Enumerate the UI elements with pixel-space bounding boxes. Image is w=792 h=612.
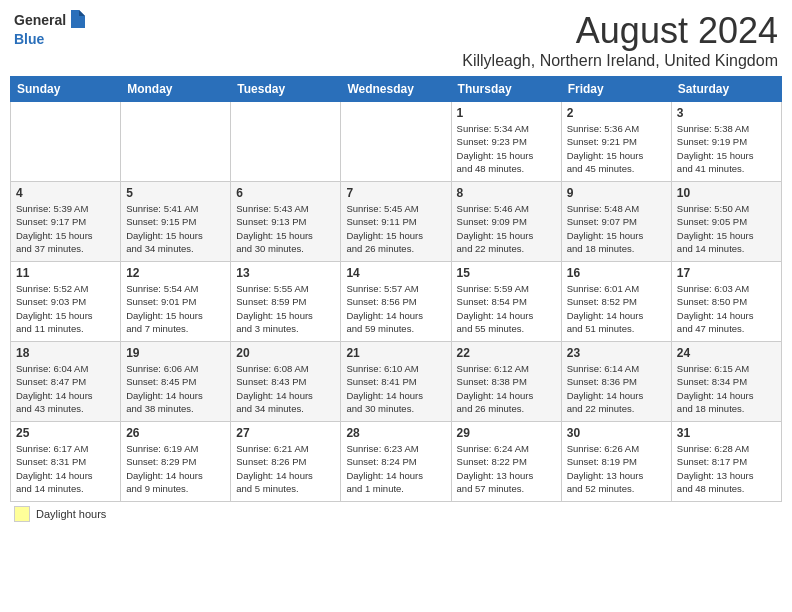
day-number: 28 [346,426,445,440]
day-number: 30 [567,426,666,440]
day-info: Sunrise: 6:19 AM Sunset: 8:29 PM Dayligh… [126,442,225,495]
calendar-cell: 14Sunrise: 5:57 AM Sunset: 8:56 PM Dayli… [341,262,451,342]
calendar-cell: 3Sunrise: 5:38 AM Sunset: 9:19 PM Daylig… [671,102,781,182]
week-row: 4Sunrise: 5:39 AM Sunset: 9:17 PM Daylig… [11,182,782,262]
week-row: 18Sunrise: 6:04 AM Sunset: 8:47 PM Dayli… [11,342,782,422]
day-info: Sunrise: 5:48 AM Sunset: 9:07 PM Dayligh… [567,202,666,255]
day-info: Sunrise: 5:57 AM Sunset: 8:56 PM Dayligh… [346,282,445,335]
day-info: Sunrise: 6:14 AM Sunset: 8:36 PM Dayligh… [567,362,666,415]
calendar-cell: 15Sunrise: 5:59 AM Sunset: 8:54 PM Dayli… [451,262,561,342]
week-row: 25Sunrise: 6:17 AM Sunset: 8:31 PM Dayli… [11,422,782,502]
calendar-cell: 13Sunrise: 5:55 AM Sunset: 8:59 PM Dayli… [231,262,341,342]
footer: Daylight hours [10,506,782,522]
day-info: Sunrise: 6:08 AM Sunset: 8:43 PM Dayligh… [236,362,335,415]
day-info: Sunrise: 6:15 AM Sunset: 8:34 PM Dayligh… [677,362,776,415]
header: General Blue August 2024 Killyleagh, Nor… [10,10,782,70]
day-number: 20 [236,346,335,360]
daylight-color-box [14,506,30,522]
day-of-week-header: Monday [121,77,231,102]
day-number: 14 [346,266,445,280]
day-info: Sunrise: 5:43 AM Sunset: 9:13 PM Dayligh… [236,202,335,255]
day-number: 18 [16,346,115,360]
day-info: Sunrise: 5:46 AM Sunset: 9:09 PM Dayligh… [457,202,556,255]
day-info: Sunrise: 5:59 AM Sunset: 8:54 PM Dayligh… [457,282,556,335]
calendar-cell: 10Sunrise: 5:50 AM Sunset: 9:05 PM Dayli… [671,182,781,262]
day-number: 26 [126,426,225,440]
calendar-cell: 31Sunrise: 6:28 AM Sunset: 8:17 PM Dayli… [671,422,781,502]
day-info: Sunrise: 6:04 AM Sunset: 8:47 PM Dayligh… [16,362,115,415]
day-info: Sunrise: 6:12 AM Sunset: 8:38 PM Dayligh… [457,362,556,415]
day-number: 17 [677,266,776,280]
day-info: Sunrise: 5:52 AM Sunset: 9:03 PM Dayligh… [16,282,115,335]
day-info: Sunrise: 6:01 AM Sunset: 8:52 PM Dayligh… [567,282,666,335]
calendar-cell: 11Sunrise: 5:52 AM Sunset: 9:03 PM Dayli… [11,262,121,342]
day-info: Sunrise: 5:39 AM Sunset: 9:17 PM Dayligh… [16,202,115,255]
calendar-cell: 2Sunrise: 5:36 AM Sunset: 9:21 PM Daylig… [561,102,671,182]
day-number: 6 [236,186,335,200]
day-info: Sunrise: 6:10 AM Sunset: 8:41 PM Dayligh… [346,362,445,415]
calendar-cell: 24Sunrise: 6:15 AM Sunset: 8:34 PM Dayli… [671,342,781,422]
calendar-cell: 23Sunrise: 6:14 AM Sunset: 8:36 PM Dayli… [561,342,671,422]
day-of-week-header: Friday [561,77,671,102]
day-info: Sunrise: 6:28 AM Sunset: 8:17 PM Dayligh… [677,442,776,495]
title-area: August 2024 Killyleagh, Northern Ireland… [462,10,778,70]
day-of-week-header: Saturday [671,77,781,102]
day-number: 13 [236,266,335,280]
day-number: 19 [126,346,225,360]
calendar-cell: 29Sunrise: 6:24 AM Sunset: 8:22 PM Dayli… [451,422,561,502]
calendar-cell: 25Sunrise: 6:17 AM Sunset: 8:31 PM Dayli… [11,422,121,502]
day-number: 31 [677,426,776,440]
day-info: Sunrise: 6:24 AM Sunset: 8:22 PM Dayligh… [457,442,556,495]
calendar-cell: 12Sunrise: 5:54 AM Sunset: 9:01 PM Dayli… [121,262,231,342]
day-number: 29 [457,426,556,440]
day-number: 1 [457,106,556,120]
day-of-week-header: Wednesday [341,77,451,102]
day-number: 22 [457,346,556,360]
day-number: 2 [567,106,666,120]
logo-blue: Blue [14,31,44,47]
day-number: 27 [236,426,335,440]
day-info: Sunrise: 5:34 AM Sunset: 9:23 PM Dayligh… [457,122,556,175]
calendar-cell: 22Sunrise: 6:12 AM Sunset: 8:38 PM Dayli… [451,342,561,422]
day-info: Sunrise: 6:17 AM Sunset: 8:31 PM Dayligh… [16,442,115,495]
week-row: 1Sunrise: 5:34 AM Sunset: 9:23 PM Daylig… [11,102,782,182]
calendar-cell: 30Sunrise: 6:26 AM Sunset: 8:19 PM Dayli… [561,422,671,502]
day-number: 11 [16,266,115,280]
svg-marker-0 [71,10,85,28]
calendar-cell: 28Sunrise: 6:23 AM Sunset: 8:24 PM Dayli… [341,422,451,502]
calendar-cell: 16Sunrise: 6:01 AM Sunset: 8:52 PM Dayli… [561,262,671,342]
day-info: Sunrise: 5:55 AM Sunset: 8:59 PM Dayligh… [236,282,335,335]
calendar-cell: 4Sunrise: 5:39 AM Sunset: 9:17 PM Daylig… [11,182,121,262]
calendar-cell [11,102,121,182]
day-of-week-header: Tuesday [231,77,341,102]
day-number: 3 [677,106,776,120]
day-number: 15 [457,266,556,280]
day-number: 8 [457,186,556,200]
calendar-cell: 19Sunrise: 6:06 AM Sunset: 8:45 PM Dayli… [121,342,231,422]
calendar: SundayMondayTuesdayWednesdayThursdayFrid… [10,76,782,502]
day-info: Sunrise: 6:23 AM Sunset: 8:24 PM Dayligh… [346,442,445,495]
day-info: Sunrise: 5:38 AM Sunset: 9:19 PM Dayligh… [677,122,776,175]
calendar-cell: 27Sunrise: 6:21 AM Sunset: 8:26 PM Dayli… [231,422,341,502]
day-info: Sunrise: 6:21 AM Sunset: 8:26 PM Dayligh… [236,442,335,495]
calendar-cell: 7Sunrise: 5:45 AM Sunset: 9:11 PM Daylig… [341,182,451,262]
calendar-cell: 26Sunrise: 6:19 AM Sunset: 8:29 PM Dayli… [121,422,231,502]
day-of-week-header: Thursday [451,77,561,102]
calendar-header-row: SundayMondayTuesdayWednesdayThursdayFrid… [11,77,782,102]
calendar-cell: 9Sunrise: 5:48 AM Sunset: 9:07 PM Daylig… [561,182,671,262]
logo: General Blue [14,10,87,48]
day-number: 25 [16,426,115,440]
location: Killyleagh, Northern Ireland, United Kin… [462,52,778,70]
day-number: 16 [567,266,666,280]
day-number: 4 [16,186,115,200]
calendar-cell [121,102,231,182]
calendar-cell: 18Sunrise: 6:04 AM Sunset: 8:47 PM Dayli… [11,342,121,422]
day-number: 21 [346,346,445,360]
day-info: Sunrise: 5:45 AM Sunset: 9:11 PM Dayligh… [346,202,445,255]
svg-marker-1 [79,10,85,16]
calendar-cell: 8Sunrise: 5:46 AM Sunset: 9:09 PM Daylig… [451,182,561,262]
logo-icon [69,10,87,30]
day-info: Sunrise: 5:36 AM Sunset: 9:21 PM Dayligh… [567,122,666,175]
calendar-cell: 21Sunrise: 6:10 AM Sunset: 8:41 PM Dayli… [341,342,451,422]
day-of-week-header: Sunday [11,77,121,102]
